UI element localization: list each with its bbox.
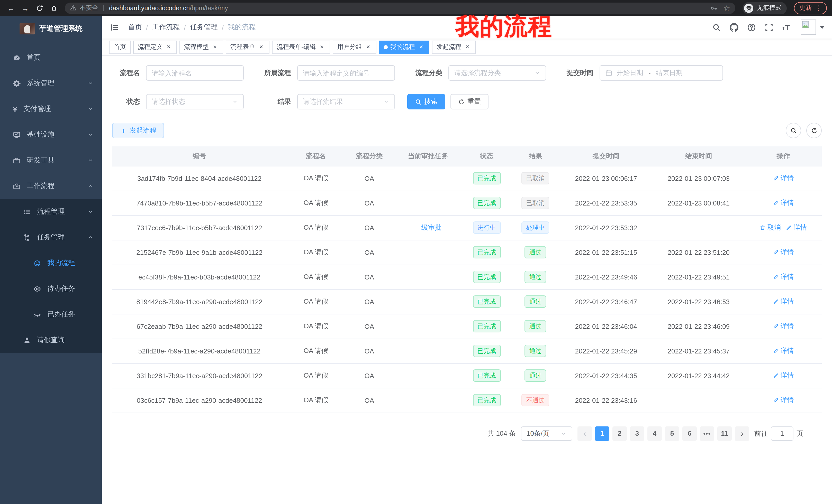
goto-page-input[interactable] <box>771 426 794 441</box>
face-icon <box>33 259 41 267</box>
breadcrumb-item[interactable]: 工作流程 <box>152 23 180 32</box>
detail-link[interactable]: 详情 <box>773 174 794 183</box>
cell-current-task[interactable]: 一级审批 <box>394 215 463 240</box>
github-button[interactable] <box>729 23 738 32</box>
close-icon[interactable]: × <box>211 44 218 51</box>
detail-link[interactable]: 详情 <box>773 297 794 306</box>
help-button[interactable] <box>747 23 756 32</box>
breadcrumb-item[interactable]: 任务管理 <box>190 23 218 32</box>
status-select[interactable]: 请选择状态 <box>146 94 244 109</box>
browser-back-button[interactable]: ← <box>5 2 17 13</box>
tab-流程表单-编辑[interactable]: 流程表单-编辑× <box>272 40 330 54</box>
page-size-select[interactable]: 10条/页 <box>521 426 572 441</box>
page-button-2[interactable]: 2 <box>613 426 627 441</box>
cell-actions: 详情 <box>745 363 822 388</box>
browser-update-button[interactable]: 更新 ⋮ <box>794 2 827 14</box>
process-definition-input[interactable] <box>297 65 395 81</box>
edit-icon <box>773 274 779 280</box>
sidebar-item-system[interactable]: 系统管理 <box>0 71 102 96</box>
tab-我的流程[interactable]: 我的流程× <box>379 40 430 54</box>
page-button-4[interactable]: 4 <box>647 426 662 441</box>
fullscreen-button[interactable] <box>764 23 773 32</box>
detail-link[interactable]: 详情 <box>773 346 794 356</box>
sidebar-item-devtools[interactable]: 研发工具 <box>0 147 102 173</box>
sidebar-item-payment[interactable]: ¥支付管理 <box>0 96 102 122</box>
detail-link[interactable]: 详情 <box>773 272 794 282</box>
sidebar-item-label: 待办任务 <box>47 284 75 293</box>
tab-流程模型[interactable]: 流程模型× <box>179 40 223 54</box>
breadcrumb-item[interactable]: 首页 <box>128 23 142 32</box>
pager-ellipsis[interactable]: ••• <box>700 426 714 441</box>
page-button-5[interactable]: 5 <box>665 426 679 441</box>
tab-流程定义[interactable]: 流程定义× <box>133 40 177 54</box>
browser-home-button[interactable] <box>48 2 60 13</box>
hamburger-icon[interactable] <box>109 23 120 32</box>
fullscreen-icon <box>764 23 773 32</box>
cell-category: OA <box>345 264 394 289</box>
sidebar-logo[interactable]: 芋道管理系统 <box>0 16 102 41</box>
table-row: 67c2eaab-7b9a-11ec-a290-acde48001122OA 请… <box>112 314 822 339</box>
page-button-11[interactable]: 11 <box>717 426 732 441</box>
detail-link[interactable]: 详情 <box>786 223 807 232</box>
sidebar-item-label: 请假查询 <box>37 335 65 345</box>
tab-流程表单[interactable]: 流程表单× <box>226 40 269 54</box>
sidebar-item-process-mgmt[interactable]: 流程管理 <box>0 199 102 225</box>
close-icon[interactable]: × <box>318 44 326 51</box>
process-name-input[interactable] <box>146 65 244 81</box>
sidebar-item-workflow[interactable]: 工作流程 <box>0 173 102 199</box>
detail-link[interactable]: 详情 <box>773 198 794 207</box>
sidebar-item-done-task[interactable]: 已办任务 <box>0 302 102 327</box>
column-header: 当前审批任务 <box>394 146 463 166</box>
page-button-1[interactable]: 1 <box>595 426 609 441</box>
action-label: 取消 <box>768 223 781 232</box>
avatar-caret-icon[interactable] <box>820 26 825 29</box>
search-button[interactable] <box>712 23 721 32</box>
close-icon[interactable]: × <box>258 44 265 51</box>
sidebar-item-todo-task[interactable]: 待办任务 <box>0 276 102 302</box>
avatar[interactable] <box>801 20 816 35</box>
sidebar-item-leave-query[interactable]: 请假查询 <box>0 327 102 353</box>
sidebar-item-task-mgmt[interactable]: 任务管理 <box>0 225 102 250</box>
prev-page-button[interactable]: ‹ <box>577 426 592 441</box>
sidebar-item-my-process[interactable]: 我的流程 <box>0 250 102 276</box>
tab-label: 用户分组 <box>337 43 362 51</box>
chevron-down-icon <box>87 132 94 138</box>
tab-用户分组[interactable]: 用户分组× <box>333 40 376 54</box>
detail-link[interactable]: 详情 <box>773 396 794 405</box>
sidebar-item-home[interactable]: 首页 <box>0 45 102 71</box>
close-icon[interactable]: × <box>418 44 425 51</box>
cancel-link[interactable]: 取消 <box>760 223 781 232</box>
detail-link[interactable]: 详情 <box>773 371 794 380</box>
close-icon[interactable]: × <box>165 44 172 51</box>
process-category-select[interactable]: 请选择流程分类 <box>448 65 546 81</box>
detail-link[interactable]: 详情 <box>773 248 794 257</box>
bookmark-star-icon[interactable]: ☆ <box>723 4 730 12</box>
detail-link[interactable]: 详情 <box>773 321 794 331</box>
search-button[interactable]: 搜索 <box>407 94 445 109</box>
browser-reload-button[interactable] <box>34 2 45 13</box>
cell-current-task <box>394 289 463 314</box>
close-icon[interactable]: × <box>464 44 471 51</box>
refresh-table-button[interactable] <box>806 123 822 138</box>
cell-process-name: OA 请假 <box>287 339 345 363</box>
font-size-button[interactable]: TT <box>782 23 790 31</box>
address-bar[interactable]: 不安全 dashboard.yudao.iocoder.cn/bpm/task/… <box>65 2 735 13</box>
page-button-3[interactable]: 3 <box>630 426 644 441</box>
page-button-6[interactable]: 6 <box>682 426 697 441</box>
toggle-search-button[interactable] <box>786 123 801 138</box>
sidebar-item-infra[interactable]: 基础设施 <box>0 122 102 147</box>
browser-forward-button[interactable]: → <box>20 2 31 13</box>
start-process-button[interactable]: ＋ 发起流程 <box>112 123 164 138</box>
result-select[interactable]: 请选择流结果 <box>297 94 395 109</box>
browser-menu-dots-icon[interactable]: ⋮ <box>815 4 822 12</box>
url-text: dashboard.yudao.iocoder.cn/bpm/task/my <box>109 4 707 11</box>
current-task-link[interactable]: 一级审批 <box>415 223 441 231</box>
reset-button[interactable]: 重置 <box>450 94 489 109</box>
tab-首页[interactable]: 首页 <box>109 40 131 54</box>
cell-current-task <box>394 191 463 215</box>
submit-time-range-picker[interactable]: 开始日期 - 结束日期 <box>600 65 723 81</box>
close-icon[interactable]: × <box>365 44 372 51</box>
key-icon[interactable] <box>710 4 717 11</box>
submit-time-label: 提交时间 <box>558 68 593 78</box>
next-page-button[interactable]: › <box>735 426 749 441</box>
